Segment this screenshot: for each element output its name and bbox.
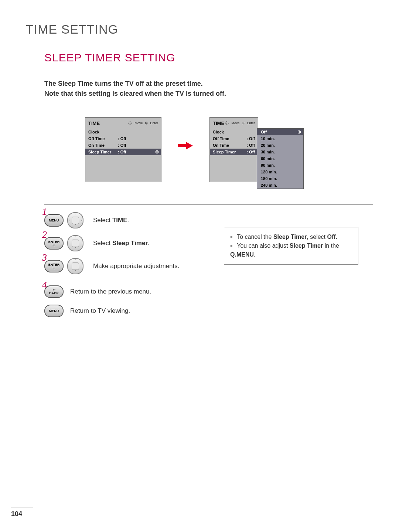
- step-5: MENU Return to TV viewing.: [44, 305, 373, 317]
- step-4: 4 ↶ BACK Return to the previous menu.: [44, 285, 373, 298]
- dropdown-option: 240 min.: [257, 182, 303, 189]
- chevron-up-icon: ˄: [75, 236, 76, 240]
- time-menu-before: TIME Move Enter Clock Off Time : Off: [85, 117, 161, 182]
- note-1: To cancel the Sleep Timer, select Off.: [230, 233, 352, 241]
- note-2: You can also adjust Sleep Timer in the Q…: [230, 241, 352, 259]
- move-icon: [225, 121, 229, 125]
- page-number: 104: [11, 508, 33, 518]
- move-icon: [128, 121, 132, 125]
- remote-enter-button: ENTER: [44, 237, 64, 250]
- remote-dpad-vertical: ˄ ˅: [67, 258, 83, 274]
- chevron-left-icon: ‹: [69, 218, 70, 222]
- svg-point-7: [243, 123, 244, 124]
- step-4-number: 4: [42, 279, 47, 291]
- menu2-row-offtime: Off Time : Off: [210, 135, 258, 142]
- remote-menu-button: MENU: [44, 214, 64, 227]
- remote-back-button: ↶ BACK: [44, 285, 64, 298]
- chevron-down-icon: ˅: [75, 247, 76, 250]
- svg-point-4: [156, 151, 158, 153]
- chevron-up-icon: ˄: [75, 259, 76, 263]
- chevron-down-icon: ˅: [75, 270, 76, 273]
- menu2-row-sleeptimer: Sleep Timer : Off: [210, 149, 258, 155]
- move-label: Move: [231, 121, 239, 125]
- svg-point-9: [299, 131, 300, 133]
- menu1-row-ontime: On Time : Off: [85, 142, 161, 149]
- menu2-title: TIME: [213, 121, 224, 126]
- menu2-row-ontime: On Time : Off: [210, 142, 258, 149]
- chevron-down-icon: ˅: [75, 224, 76, 227]
- divider: [44, 204, 373, 205]
- svg-point-11: [54, 244, 55, 245]
- notes-box: To cancel the Sleep Timer, select Off. Y…: [224, 227, 358, 265]
- intro-text: The Sleep Time turns the TV off at the p…: [44, 79, 373, 99]
- dropdown-option: 60 min.: [257, 155, 303, 162]
- menu1-row-offtime: Off Time : Off: [85, 135, 161, 142]
- enter-dot-icon: [242, 122, 245, 125]
- sleep-timer-dropdown: Off 10 min. 20 min. 30 min. 60 min. 90 m…: [257, 128, 304, 189]
- move-label: Move: [134, 121, 143, 125]
- remote-enter-button: ENTER: [44, 260, 64, 272]
- step-3-number: 3: [42, 252, 47, 263]
- step-1-text: Select TIME.: [93, 217, 129, 224]
- enter-dot-icon: [52, 244, 55, 247]
- dropdown-option: 180 min.: [257, 175, 303, 182]
- time-menu-after: TIME Move Enter Clock: [209, 117, 258, 182]
- section-title: SLEEP TIMER SETTING: [44, 51, 373, 64]
- step-5-text: Return to TV viewing.: [70, 307, 130, 315]
- menu1-row-sleeptimer: Sleep Timer : Off: [85, 149, 161, 155]
- selection-indicator-icon: [155, 150, 159, 154]
- menu1-row-clock: Clock: [85, 129, 161, 135]
- dropdown-option: 90 min.: [257, 162, 303, 169]
- step-1: 1 MENU ˄ ˅ ‹ › Select TIME.: [44, 212, 373, 228]
- svg-point-0: [130, 123, 130, 123]
- remote-dpad-4way: ˄ ˅ ‹ ›: [67, 212, 83, 228]
- dropdown-option: 120 min.: [257, 169, 303, 175]
- intro-line-2: Note that this setting is cleared when t…: [44, 89, 373, 99]
- step-3-text: Make appropriate adjustments.: [93, 262, 179, 270]
- selection-indicator-icon: [297, 130, 301, 134]
- step-1-number: 1: [42, 206, 47, 217]
- step-2-text: Select Sleep Timer.: [93, 240, 150, 247]
- dropdown-option: 30 min.: [257, 149, 303, 155]
- enter-label: Enter: [150, 121, 158, 125]
- enter-dot-icon: [145, 122, 148, 125]
- dropdown-option-off: Off: [257, 129, 303, 135]
- dropdown-option: 10 min.: [257, 135, 303, 142]
- chevron-right-icon: ›: [81, 218, 82, 222]
- enter-dot-icon: [52, 267, 55, 270]
- svg-point-5: [226, 123, 227, 123]
- arrow-icon: [178, 141, 193, 150]
- intro-line-1: The Sleep Time turns the TV off at the p…: [44, 79, 373, 89]
- chevron-up-icon: ˄: [75, 213, 76, 217]
- page-title: TIME SETTING: [26, 22, 373, 37]
- dropdown-option: 20 min.: [257, 142, 303, 149]
- remote-menu-button: MENU: [44, 305, 64, 317]
- remote-dpad-vertical: ˄ ˅: [67, 235, 83, 251]
- menu1-title: TIME: [88, 121, 100, 126]
- enter-label: Enter: [247, 121, 255, 125]
- step-2-number: 2: [42, 229, 47, 240]
- svg-point-2: [146, 123, 147, 124]
- svg-point-13: [54, 267, 55, 268]
- menu2-row-clock: Clock: [210, 129, 258, 135]
- step-4-text: Return to the previous menu.: [70, 288, 151, 295]
